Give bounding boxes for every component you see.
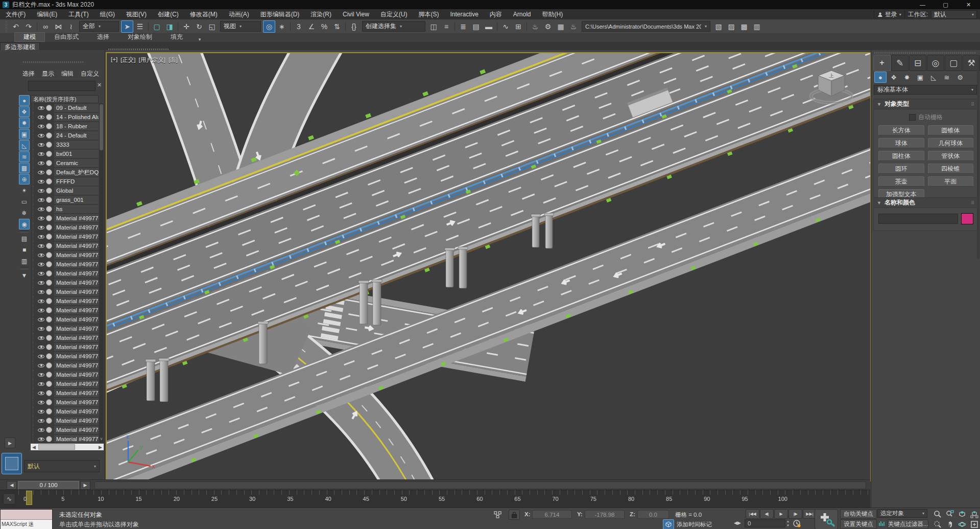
visibility-eye-icon[interactable] [38, 353, 44, 360]
tab-display[interactable]: ▢ [945, 55, 962, 71]
next-frame-arrow[interactable]: ▶ [80, 481, 90, 490]
visibility-eye-icon[interactable] [38, 160, 44, 167]
object-name-field[interactable] [878, 214, 958, 224]
display-particles-icon[interactable]: ✴ [19, 185, 30, 196]
selection-set-dropdown[interactable]: 选定对象▾ [877, 509, 927, 518]
ribbon-tab[interactable]: 选择 [88, 32, 118, 42]
list-item[interactable]: Material #499774 [31, 361, 99, 370]
primitive-button[interactable]: 圆柱体 [878, 151, 924, 161]
display-frozen-icon[interactable]: ❄ [19, 208, 30, 218]
visibility-eye-icon[interactable] [38, 436, 44, 443]
z-coordinate-field[interactable]: 0.0 [637, 510, 669, 519]
list-item[interactable]: Material #499774 [31, 416, 99, 425]
list-item[interactable]: Ceramic [31, 158, 99, 168]
create-spacewarps-icon[interactable]: ≋ [941, 72, 953, 83]
viewport-dock-grip[interactable] [108, 49, 170, 50]
visibility-eye-icon[interactable] [38, 132, 44, 139]
object-type-dot-icon[interactable] [46, 243, 52, 249]
explorer-menu-item[interactable]: 自定义 [81, 70, 99, 78]
create-cameras-icon[interactable]: ▣ [914, 72, 926, 83]
object-type-rollout-header[interactable]: ▼对象类型⠿ [874, 99, 978, 109]
create-lights-icon[interactable]: ✸ [901, 72, 913, 83]
object-type-dot-icon[interactable] [46, 224, 52, 231]
visibility-eye-icon[interactable] [38, 215, 44, 222]
toolbar-icon[interactable] [148, 22, 149, 31]
visibility-eye-icon[interactable] [38, 418, 44, 424]
object-type-dot-icon[interactable] [46, 418, 52, 424]
menu-item[interactable]: 创建(C) [152, 9, 184, 19]
selection-lock-icon[interactable] [509, 510, 520, 520]
property-sheet-icon[interactable]: ▥ [19, 256, 30, 266]
list-item[interactable]: Material #499774 [31, 278, 99, 287]
object-type-dot-icon[interactable] [46, 114, 52, 120]
select-scale-icon[interactable]: ◱ [206, 20, 218, 33]
menu-item[interactable]: 组(G) [94, 9, 121, 19]
material-editor-icon[interactable]: ♨ [529, 20, 541, 33]
rectangular-selection-region-icon[interactable]: ▢ [151, 20, 163, 33]
angle-snap-icon[interactable]: ∠ [305, 20, 318, 33]
maximize-button[interactable]: ▢ [934, 0, 957, 9]
viewport[interactable]: [+] [正交] [用户定义] [面] 上 z x y [106, 52, 871, 481]
object-type-dot-icon[interactable] [46, 132, 52, 139]
toggle-ribbon-icon[interactable]: ▬ [483, 20, 495, 33]
object-type-dot-icon[interactable] [46, 381, 52, 387]
macro-recorder-pane[interactable] [1, 510, 52, 520]
menu-item[interactable]: Interactive [444, 9, 484, 19]
ribbon-minimize-icon[interactable]: ▾ [192, 37, 207, 42]
display-lights-icon[interactable]: ✸ [19, 118, 30, 128]
next-frame-icon[interactable]: |▶ [788, 509, 802, 519]
display-bones-icon[interactable]: ⊕ [19, 174, 30, 185]
reference-coordinate-dropdown[interactable]: 视图▾ [220, 21, 261, 32]
name-color-rollout-header[interactable]: ▼名称和颜色⠿ [874, 198, 978, 208]
list-view-icon[interactable]: ▤ [19, 233, 30, 244]
list-item[interactable]: Material #499774 [31, 425, 99, 434]
select-rotate-icon[interactable]: ↻ [193, 20, 205, 33]
list-item[interactable]: Material #499774 [31, 223, 99, 232]
tab-create[interactable]: + [873, 55, 891, 71]
list-item[interactable]: Material #499774 [31, 434, 99, 443]
autogrid-checkbox[interactable] [909, 114, 916, 121]
primitive-category-dropdown[interactable]: 标准基本体▾ [874, 85, 977, 95]
object-type-dot-icon[interactable] [46, 197, 52, 203]
list-item[interactable]: hs [31, 204, 99, 214]
snap-toggle-3d-icon[interactable]: 3 [293, 20, 305, 33]
schematic-view-icon[interactable]: ⊞ [512, 20, 524, 33]
viewport-menu-camera[interactable]: [用户定义] [139, 56, 165, 64]
menu-item[interactable]: Civil View [337, 9, 375, 19]
mirror-icon[interactable]: ◫ [427, 20, 440, 33]
list-item[interactable]: 18 - Rubber [31, 122, 99, 131]
object-type-dot-icon[interactable] [46, 353, 52, 359]
visibility-eye-icon[interactable] [38, 178, 44, 185]
menu-item[interactable]: 渲染(R) [305, 9, 337, 19]
menu-item[interactable]: 自定义(U) [375, 9, 413, 19]
list-item[interactable]: Material #499774 [31, 315, 99, 324]
scrollbar-thumb[interactable] [100, 104, 103, 150]
previous-frame-icon[interactable]: ◀| [760, 509, 774, 519]
solid-view-icon[interactable]: ■ [19, 244, 30, 255]
viewport-menu-plus[interactable]: [+] [111, 56, 117, 64]
toolbar-icon[interactable] [345, 22, 346, 31]
close-button[interactable]: ✕ [957, 0, 980, 9]
key-mode-toggle-icon[interactable] [877, 519, 887, 528]
explorer-mode-button[interactable] [2, 453, 22, 474]
object-type-dot-icon[interactable] [46, 316, 52, 323]
visibility-eye-icon[interactable] [38, 270, 44, 277]
x-coordinate-field[interactable]: 6.714 [532, 510, 572, 519]
zoom-all-icon[interactable] [944, 509, 955, 519]
select-object-icon[interactable]: ➤ [121, 20, 133, 33]
y-coordinate-field[interactable]: -178.98 [585, 510, 625, 519]
auto-key-button[interactable]: 自动关键点 [840, 509, 877, 519]
list-item[interactable]: Material #499774 [31, 250, 99, 260]
visibility-eye-icon[interactable] [38, 362, 44, 369]
object-type-dot-icon[interactable] [46, 372, 52, 378]
list-item[interactable]: Material #499774 [31, 407, 99, 416]
zoom-extents-all-icon[interactable] [968, 509, 980, 519]
object-type-dot-icon[interactable] [46, 399, 52, 405]
object-type-dot-icon[interactable] [46, 326, 52, 332]
primitive-button[interactable]: 圆环 [878, 164, 924, 174]
menu-item[interactable]: 编辑(E) [31, 9, 63, 19]
visibility-eye-icon[interactable] [38, 307, 44, 314]
ribbon-tab[interactable]: 建模 [14, 32, 45, 42]
tab-motion[interactable]: ◎ [927, 55, 944, 71]
rendered-frame-window-icon[interactable]: ▦ [555, 20, 567, 33]
